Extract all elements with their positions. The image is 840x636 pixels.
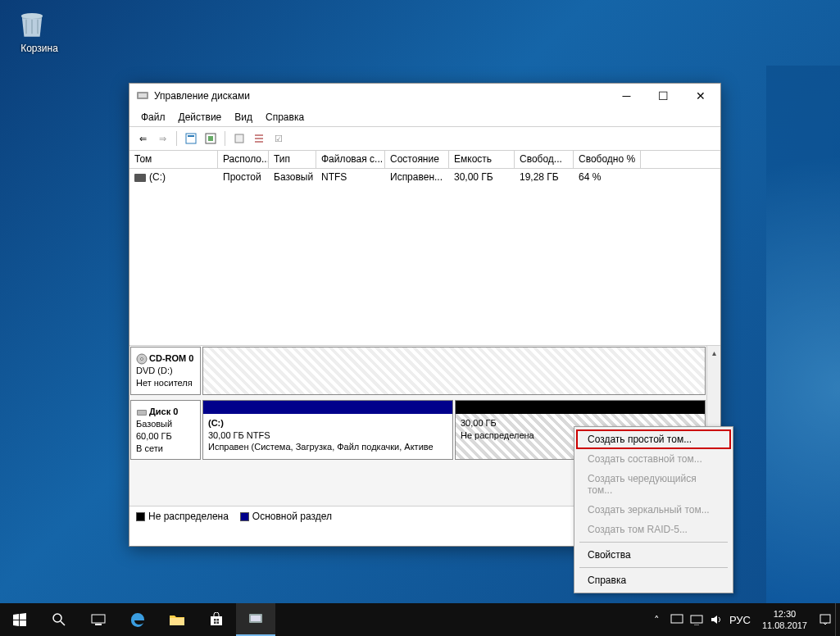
svg-rect-17 [217, 619, 220, 621]
svg-rect-13 [95, 624, 102, 625]
recycle-bin-icon [15, 7, 49, 41]
task-view-button[interactable] [79, 603, 118, 636]
disk-row: CD-ROM 0DVD (D:)Нет носителя [130, 347, 706, 395]
table-cell: Исправен... [385, 170, 449, 184]
svg-rect-19 [217, 622, 220, 625]
svg-rect-2 [138, 93, 147, 98]
recycle-bin[interactable]: Корзина [15, 7, 64, 54]
column-header[interactable]: Свободно % [574, 151, 641, 168]
legend-primary: Основной раздел [240, 511, 332, 522]
recycle-bin-label: Корзина [15, 43, 64, 54]
windows-icon [13, 613, 26, 626]
svg-rect-15 [211, 616, 222, 625]
folder-icon [169, 613, 185, 626]
table-cell: NTFS [316, 170, 385, 184]
svg-rect-3 [186, 134, 196, 143]
tray-notifications-icon[interactable] [815, 603, 835, 636]
taskview-icon [91, 614, 106, 625]
forward-button[interactable]: ⇒ [154, 130, 170, 147]
maximize-button[interactable]: ☐ [645, 84, 682, 107]
taskbar-clock[interactable]: 12:30 11.08.2017 [754, 608, 815, 632]
menubar: Файл Действие Вид Справка [129, 108, 720, 127]
tool-list-icon[interactable] [251, 130, 267, 147]
tool-settings[interactable]: ☑ [270, 130, 287, 147]
search-button[interactable] [39, 603, 79, 636]
table-cell: Базовый [269, 170, 316, 184]
table-cell: 64 % [574, 170, 641, 184]
menu-help[interactable]: Справка [259, 110, 311, 125]
context-menu-help[interactable]: Справка [576, 570, 731, 590]
svg-rect-18 [214, 622, 216, 625]
menu-view[interactable]: Вид [228, 110, 259, 125]
svg-rect-10 [138, 411, 146, 415]
context-menu-properties[interactable]: Свойства [576, 545, 731, 565]
table-cell: 30,00 ГБ [449, 170, 515, 184]
context-menu-item: Создать чередующийся том... [576, 469, 731, 500]
volume-icon [134, 174, 146, 182]
column-header[interactable]: Файловая с... [316, 151, 385, 168]
explorer-button[interactable] [157, 603, 197, 636]
tool-refresh[interactable] [202, 130, 219, 147]
tray-up-icon[interactable]: ˄ [647, 603, 667, 636]
table-header-row: ТомРасполо...ТипФайловая с...СостояниеЕм… [129, 151, 720, 169]
menu-action[interactable]: Действие [172, 110, 229, 125]
diskmgmt-icon [247, 611, 264, 626]
context-menu-item[interactable]: Создать простой том... [576, 429, 731, 449]
search-icon [52, 612, 66, 627]
svg-rect-21 [251, 616, 261, 621]
back-button[interactable]: ⇐ [134, 130, 151, 147]
window-title: Управление дисками [154, 90, 608, 102]
taskbar: ˄ РУС 12:30 11.08.2017 [0, 603, 840, 636]
column-header[interactable]: Свобод... [515, 151, 574, 168]
column-header[interactable]: Емкость [449, 151, 515, 168]
column-header[interactable]: Располо... [218, 151, 269, 168]
tray-people-icon[interactable] [667, 603, 687, 636]
table-cell: (C:) [129, 170, 218, 184]
table-cell: Простой [218, 170, 269, 184]
svg-rect-4 [188, 135, 194, 137]
svg-point-8 [141, 358, 143, 361]
show-desktop-button[interactable] [835, 603, 840, 636]
table-row[interactable]: (C:)ПростойБазовыйNTFSИсправен...30,00 Г… [129, 169, 720, 185]
column-header[interactable]: Тип [269, 151, 316, 168]
store-button[interactable] [197, 603, 236, 636]
cd-icon [136, 353, 148, 365]
minimize-button[interactable]: ─ [608, 84, 645, 107]
close-button[interactable]: ✕ [682, 84, 719, 107]
tray-network-icon[interactable] [687, 603, 706, 636]
toolbar: ⇐ ⇒ ☑ [129, 127, 720, 151]
column-header[interactable]: Том [129, 151, 218, 168]
table-cell: 19,28 ГБ [515, 170, 574, 184]
clock-time: 12:30 [762, 608, 807, 620]
svg-rect-22 [671, 615, 683, 623]
tray-volume-icon[interactable] [706, 603, 726, 636]
partition-primary[interactable]: (C:)30,00 ГБ NTFSИсправен (Система, Загр… [202, 400, 453, 461]
start-button[interactable] [0, 603, 39, 636]
disk-icon [136, 407, 148, 418]
tool-view1[interactable] [183, 130, 199, 147]
titlebar[interactable]: Управление дисками ─ ☐ ✕ [129, 84, 720, 108]
column-header[interactable]: Состояние [385, 151, 449, 168]
scroll-up-icon[interactable]: ▴ [707, 346, 720, 360]
tool-help[interactable] [231, 130, 247, 147]
svg-rect-6 [235, 134, 243, 143]
store-icon [209, 612, 224, 627]
svg-rect-12 [92, 615, 105, 623]
svg-rect-14 [170, 618, 184, 625]
partition-none[interactable] [202, 347, 706, 395]
context-menu-item: Создать зеркальный том... [576, 500, 731, 520]
disk-label[interactable]: CD-ROM 0DVD (D:)Нет носителя [130, 347, 201, 395]
svg-point-0 [21, 13, 43, 19]
volume-table: ТомРасполо...ТипФайловая с...СостояниеЕм… [129, 151, 720, 346]
context-menu-item: Создать составной том... [576, 449, 731, 469]
context-menu-item: Создать том RAID-5... [576, 520, 731, 539]
svg-rect-23 [691, 616, 702, 623]
legend-unallocated: Не распределена [136, 511, 229, 522]
menu-file[interactable]: Файл [134, 110, 172, 125]
diskmgmt-taskbar-button[interactable] [236, 603, 275, 636]
svg-rect-16 [214, 619, 216, 621]
edge-button[interactable] [118, 603, 157, 636]
tray-language[interactable]: РУС [726, 603, 754, 636]
clock-date: 11.08.2017 [762, 620, 807, 631]
disk-label[interactable]: Диск 0Базовый60,00 ГБВ сети [130, 400, 201, 461]
